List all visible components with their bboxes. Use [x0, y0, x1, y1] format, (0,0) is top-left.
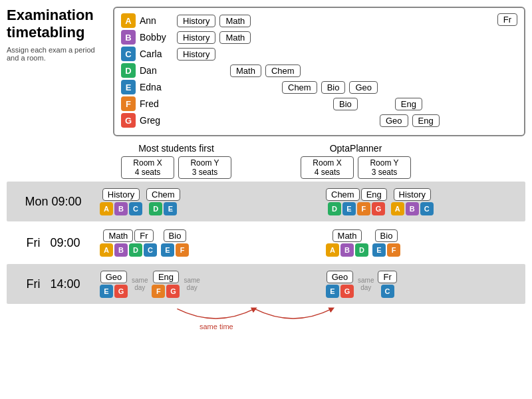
- cell-badges: E G: [326, 285, 354, 298]
- same-day-left: sameday: [132, 277, 148, 291]
- badge-sm-E: E: [164, 202, 177, 215]
- tt-row-mon: Mon 09:00 History A B C Chem D E: [7, 182, 525, 221]
- cell-badges: F G: [152, 285, 180, 298]
- list-item: G Greg Geo Eng: [121, 113, 517, 128]
- col-group-right-title: OptaPlanner: [330, 143, 382, 154]
- cell-label: Bio: [164, 229, 187, 242]
- tt-cells-right-fri9: Math A B D Bio E F: [326, 223, 525, 263]
- room-y-label: Room Y: [184, 158, 225, 168]
- room-y-right-label: Room Y: [364, 158, 405, 168]
- cell-label: Bio: [375, 229, 398, 242]
- exam-chip: History: [177, 31, 215, 44]
- student-name: Fred: [140, 98, 173, 109]
- same-day-right: sameday: [184, 277, 200, 291]
- tt-row-fri14: Fri 14:00 Geo E G sameday Eng F: [7, 264, 525, 304]
- col-group-left: Most students first Room X 4 seats Room …: [100, 143, 253, 179]
- same-day-label: sameday: [132, 277, 148, 291]
- cell-badges: A B D C: [100, 243, 157, 257]
- cell-badges: E G: [100, 285, 128, 298]
- badge-A: A: [121, 13, 136, 28]
- cell-label: Geo: [100, 271, 128, 283]
- room-y-right: Room Y 3 seats: [358, 156, 411, 179]
- room-y-left: Room Y 3 seats: [178, 156, 231, 179]
- tt-time-fri9: Fri 09:00: [7, 223, 100, 263]
- badge-G: G: [121, 113, 136, 128]
- tt-cell: Fr C: [378, 271, 396, 298]
- room-x-left: Room X 4 seats: [121, 156, 174, 179]
- exam-chip: Chem: [265, 65, 301, 77]
- same-time-label: same time: [200, 323, 233, 331]
- tt-cell: History A B C: [100, 188, 142, 215]
- badge-sm-G: G: [114, 285, 128, 298]
- tt-cells-right-fri14: Geo E G sameday Fr C: [326, 264, 525, 304]
- room-x-right-label: Room X: [307, 158, 348, 168]
- tt-cell: Math A B D: [326, 229, 368, 257]
- cell-label: Math: [103, 229, 133, 242]
- room-x-label: Room X: [127, 158, 168, 168]
- exam-chip: Eng: [395, 98, 422, 110]
- badge-sm-D: D: [355, 243, 368, 257]
- exam-chip: Math: [219, 31, 251, 44]
- exam-chip: Geo: [349, 81, 378, 94]
- list-item: E Edna Chem Bio Geo: [121, 80, 517, 94]
- student-table: Fr A Ann History Math B Bobby History Ma…: [113, 7, 525, 136]
- badge-B: B: [121, 30, 136, 45]
- badge-sm-F: F: [387, 243, 400, 257]
- room-x-right: Room X 4 seats: [301, 156, 354, 179]
- badge-sm-A: A: [326, 243, 339, 257]
- tt-cell: Chem Eng D E F G: [326, 188, 387, 215]
- bottom-section: Most students first Room X 4 seats Room …: [0, 140, 532, 335]
- badge-sm-E: E: [342, 202, 356, 215]
- cell-label: Geo: [327, 271, 354, 283]
- room-headers-right: Room X 4 seats Room Y 3 seats: [301, 156, 411, 179]
- exam-chip: Bio: [321, 81, 346, 94]
- same-day-label: sameday: [184, 277, 200, 291]
- cell-label: History: [102, 188, 140, 201]
- badge-E: E: [121, 80, 136, 94]
- student-name: Edna: [140, 82, 173, 92]
- separator: [299, 264, 326, 304]
- badge-D: D: [121, 63, 136, 78]
- subtitle: Assign each exam a period and a room.: [7, 46, 106, 62]
- badge-sm-C: C: [381, 285, 394, 298]
- room-y-seats: 3 seats: [184, 168, 225, 177]
- badge-sm-C: C: [129, 202, 142, 215]
- exam-chip: Bio: [333, 98, 358, 110]
- badge-sm-G: G: [340, 285, 354, 298]
- badge-sm-D: D: [328, 202, 341, 215]
- list-item: A Ann History Math: [121, 13, 517, 28]
- cell-label: History: [394, 188, 431, 201]
- tt-cell: Math Fr A B D C: [100, 229, 157, 257]
- cell-badges: C: [381, 285, 394, 298]
- badge-sm-E: E: [161, 243, 174, 257]
- timetable: Mon 09:00 History A B C Chem D E: [7, 182, 525, 304]
- badge-C: C: [121, 47, 136, 61]
- badge-sm-G: G: [372, 202, 385, 215]
- cell-label: Fr: [378, 271, 396, 283]
- exam-chip: Eng: [412, 114, 440, 127]
- cell-badges: E F: [372, 243, 400, 257]
- tt-cells-left-fri9: Math Fr A B D C Bio E F: [100, 223, 299, 263]
- room-y-right-seats: 3 seats: [364, 168, 405, 177]
- exam-chip: History: [177, 48, 215, 61]
- tt-cell: Chem D E: [146, 188, 180, 215]
- exam-chip: Chem: [282, 81, 317, 94]
- cell-label: Eng: [361, 188, 387, 201]
- same-time-area: same time: [100, 305, 525, 332]
- cell-badges: A B C: [391, 202, 434, 215]
- title-box: Examination timetabling Assign each exam…: [7, 7, 106, 136]
- badge-sm-D: D: [149, 202, 162, 215]
- list-item: F Fred Bio Eng: [121, 96, 517, 111]
- cell-badges: D E F G: [328, 202, 385, 215]
- tt-time-mon: Mon 09:00: [7, 182, 100, 221]
- separator: [299, 182, 326, 221]
- student-name: Dan: [140, 65, 173, 76]
- room-headers-left: Room X 4 seats Room Y 3 seats: [121, 156, 231, 179]
- tt-cell: Eng F G: [152, 271, 180, 298]
- badge-sm-D: D: [129, 243, 142, 257]
- room-x-right-seats: 4 seats: [307, 168, 348, 177]
- student-name: Bobby: [140, 32, 173, 43]
- tt-cell: Geo E G: [100, 271, 128, 298]
- tt-cell: History A B C: [391, 188, 434, 215]
- cell-badges: A B D: [326, 243, 368, 257]
